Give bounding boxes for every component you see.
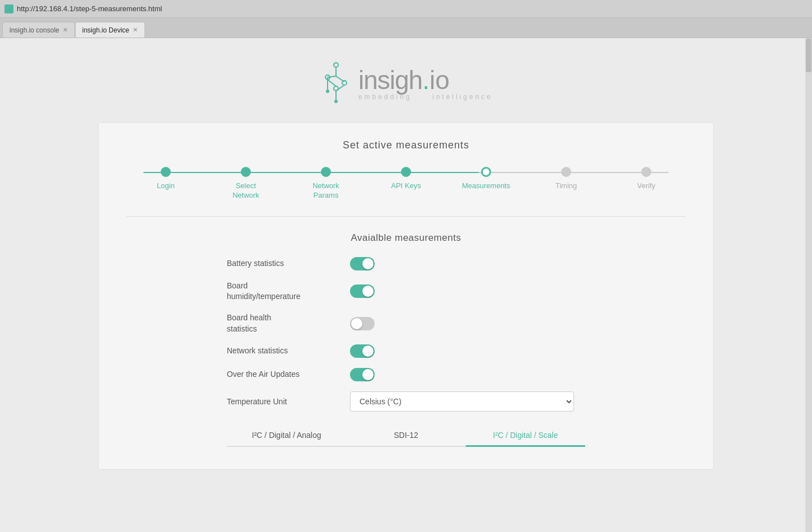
temperature-unit-select[interactable]: Celsius (°C) Fahrenheit (°F)	[350, 391, 574, 412]
page-content: insigh . io embedding intelligence Set a…	[0, 38, 812, 532]
measurement-label-ota: Over the Air Updates	[227, 369, 350, 380]
tab-i2c-digital-scale[interactable]: I²C / Digital / Scale	[466, 425, 585, 447]
measurement-label-network: Network statistics	[227, 346, 350, 357]
measurement-label-battery: Battery statistics	[227, 258, 350, 269]
tab-device-close[interactable]: ✕	[133, 26, 138, 34]
tab-device[interactable]: insigh.io Device ✕	[75, 22, 145, 38]
measurement-row-health: Board healthstatistics	[227, 312, 585, 334]
tab-i2c-digital-analog[interactable]: I²C / Digital / Analog	[227, 425, 346, 447]
section-divider	[127, 216, 685, 217]
measurement-label-humidity: Boardhumidity/temperature	[227, 281, 350, 302]
step-verify: Verify	[613, 167, 680, 191]
logo-icon	[319, 60, 353, 105]
measurements-list: Battery statistics Boardhumidity/tempera…	[227, 257, 585, 381]
scrollbar-track	[805, 38, 812, 532]
step-network-params-dot	[321, 167, 331, 177]
section-title: Avaialble measurements	[127, 232, 685, 244]
bottom-tabs: I²C / Digital / Analog SDI-12 I²C / Digi…	[227, 425, 585, 447]
svg-point-0	[334, 63, 338, 67]
url-text: http://192.168.4.1/step-5-measurements.h…	[17, 4, 162, 13]
toggle-health-thumb	[351, 318, 362, 329]
toggle-battery[interactable]	[350, 257, 375, 270]
temperature-unit-row: Temperature Unit Celsius (°C) Fahrenheit…	[227, 391, 585, 412]
step-network-params-label: NetworkParams	[312, 181, 339, 200]
temperature-unit-label: Temperature Unit	[227, 397, 350, 406]
scrollbar-thumb[interactable]	[806, 39, 811, 72]
tab-console[interactable]: insigh.io console ✕	[2, 22, 75, 38]
tab-sdi12[interactable]: SDI-12	[346, 425, 465, 447]
step-api-keys-label: API Keys	[391, 181, 421, 191]
logo-text-insigh: insigh	[358, 65, 422, 95]
step-select-network: SelectNetwork	[212, 167, 279, 200]
step-login-label: Login	[157, 181, 175, 191]
logo-text-io: io	[430, 65, 450, 95]
step-api-keys: API Keys	[372, 167, 440, 191]
measurement-label-health: Board healthstatistics	[227, 312, 350, 334]
toggle-battery-thumb	[362, 258, 374, 269]
step-network-params: NetworkParams	[292, 167, 360, 200]
step-measurements-dot	[481, 167, 491, 177]
step-login: Login	[132, 167, 199, 191]
step-select-network-dot	[241, 167, 251, 177]
step-api-keys-dot	[401, 167, 411, 177]
favicon-icon	[4, 4, 13, 13]
stepper: Login SelectNetwork NetworkParams API Ke…	[127, 167, 685, 200]
main-card: Set active measurements Login SelectNetw…	[98, 122, 714, 470]
step-timing-label: Timing	[556, 181, 577, 191]
toggle-health[interactable]	[350, 317, 375, 330]
tab-console-close[interactable]: ✕	[63, 26, 68, 34]
step-select-network-label: SelectNetwork	[232, 181, 259, 200]
card-title: Set active measurements	[127, 139, 685, 151]
step-verify-label: Verify	[637, 181, 656, 191]
browser-address-bar: http://192.168.4.1/step-5-measurements.h…	[0, 0, 812, 18]
toggle-network[interactable]	[350, 344, 375, 358]
measurement-row-network: Network statistics	[227, 344, 585, 358]
browser-tabs: insigh.io console ✕ insigh.io Device ✕	[0, 18, 812, 38]
logo-dot: .	[422, 65, 430, 95]
logo-area: insigh . io embedding intelligence	[319, 60, 493, 105]
svg-line-12	[336, 85, 344, 91]
step-measurements-label: Measurements	[462, 181, 510, 191]
measurement-row-battery: Battery statistics	[227, 257, 585, 270]
svg-line-5	[328, 80, 336, 86]
toggle-ota[interactable]	[350, 368, 375, 381]
toggle-humidity[interactable]	[350, 284, 375, 298]
step-timing-dot	[561, 167, 571, 177]
step-verify-dot	[641, 167, 651, 177]
step-measurements: Measurements	[452, 167, 520, 191]
logo-tagline: embedding intelligence	[358, 93, 493, 101]
svg-point-7	[326, 90, 329, 93]
svg-line-3	[328, 76, 336, 77]
measurement-row-humidity: Boardhumidity/temperature	[227, 281, 585, 302]
svg-line-11	[336, 76, 344, 82]
svg-point-9	[334, 100, 338, 103]
measurement-row-ota: Over the Air Updates	[227, 368, 585, 381]
step-login-dot	[161, 167, 171, 177]
step-timing: Timing	[533, 167, 600, 191]
